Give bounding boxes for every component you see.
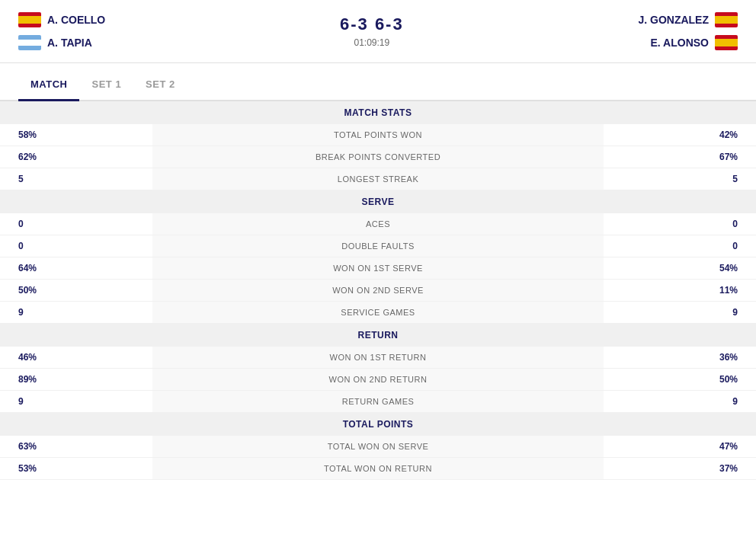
stat-right: 54% [604, 257, 756, 280]
flag-argentina [18, 35, 41, 50]
stat-right: 47% [604, 436, 756, 458]
stat-left: 63% [0, 436, 152, 458]
stat-label: SERVICE GAMES [152, 302, 604, 324]
stat-left: 53% [0, 458, 152, 480]
stat-label: ACES [152, 213, 604, 235]
tab-set2[interactable]: SET 2 [133, 69, 187, 101]
stat-right: 0 [604, 213, 756, 235]
stat-label: WON ON 1ST SERVE [152, 257, 604, 280]
stat-left: 46% [0, 347, 152, 369]
stat-left: 0 [0, 213, 152, 235]
stat-left: 9 [0, 302, 152, 324]
stat-right: 11% [604, 280, 756, 302]
flag-spain-3 [715, 35, 738, 50]
table-row: 58%TOTAL POINTS WON42% [0, 124, 756, 146]
team2: J. GONZALEZ E. ALONSO [638, 12, 738, 50]
score: 6-3 6-3 [340, 14, 404, 34]
team1-player2: A. TAPIA [18, 35, 105, 50]
stat-right: 9 [604, 302, 756, 324]
stat-left: 50% [0, 280, 152, 302]
table-row: 63%TOTAL WON ON SERVE47% [0, 436, 756, 458]
team2-player1-name: J. GONZALEZ [638, 14, 709, 26]
stat-right: 50% [604, 369, 756, 391]
team1: A. COELLO A. TAPIA [18, 12, 105, 50]
table-row: 0DOUBLE FAULTS0 [0, 235, 756, 257]
stat-left: 9 [0, 391, 152, 413]
flag-spain-1 [18, 12, 41, 27]
team1-player1-name: A. COELLO [47, 14, 105, 26]
stat-label: RETURN GAMES [152, 391, 604, 413]
stat-label: TOTAL WON ON RETURN [152, 458, 604, 480]
stat-right: 9 [604, 391, 756, 413]
stats-table: MATCH STATS58%TOTAL POINTS WON42%62%BREA… [0, 101, 756, 480]
table-row: 53%TOTAL WON ON RETURN37% [0, 458, 756, 480]
table-row: 64%WON ON 1ST SERVE54% [0, 257, 756, 280]
stat-label: WON ON 2ND RETURN [152, 369, 604, 391]
header: A. COELLO A. TAPIA 6-3 6-3 01:09:19 J. G… [0, 0, 756, 63]
stat-left: 0 [0, 235, 152, 257]
section-header: MATCH STATS [0, 101, 756, 124]
team1-player2-name: A. TAPIA [47, 37, 92, 49]
stat-right: 5 [604, 168, 756, 190]
stat-label: DOUBLE FAULTS [152, 235, 604, 257]
table-row: 9RETURN GAMES9 [0, 391, 756, 413]
stat-label: BREAK POINTS CONVERTED [152, 146, 604, 168]
flag-spain-2 [715, 12, 738, 27]
stat-label: LONGEST STREAK [152, 168, 604, 190]
stat-left: 62% [0, 146, 152, 168]
stat-left: 89% [0, 369, 152, 391]
stat-right: 67% [604, 146, 756, 168]
stat-right: 0 [604, 235, 756, 257]
stat-right: 36% [604, 347, 756, 369]
stat-label: TOTAL POINTS WON [152, 124, 604, 146]
team2-player1: J. GONZALEZ [638, 12, 738, 27]
stat-left: 5 [0, 168, 152, 190]
section-header: TOTAL POINTS [0, 413, 756, 436]
stat-label: WON ON 2ND SERVE [152, 280, 604, 302]
table-row: 50%WON ON 2ND SERVE11% [0, 280, 756, 302]
stat-right: 37% [604, 458, 756, 480]
tab-match[interactable]: MATCH [18, 69, 79, 101]
score-center: 6-3 6-3 01:09:19 [340, 14, 404, 48]
table-row: 5LONGEST STREAK5 [0, 168, 756, 190]
team2-player2-name: E. ALONSO [650, 37, 709, 49]
table-row: 62%BREAK POINTS CONVERTED67% [0, 146, 756, 168]
stat-left: 58% [0, 124, 152, 146]
stat-right: 42% [604, 124, 756, 146]
table-row: 9SERVICE GAMES9 [0, 302, 756, 324]
stat-left: 64% [0, 257, 152, 280]
table-row: 0ACES0 [0, 213, 756, 235]
stat-label: WON ON 1ST RETURN [152, 347, 604, 369]
tab-set1[interactable]: SET 1 [79, 69, 133, 101]
team1-player1: A. COELLO [18, 12, 105, 27]
stat-label: TOTAL WON ON SERVE [152, 436, 604, 458]
section-header: RETURN [0, 324, 756, 347]
team2-player2: E. ALONSO [650, 35, 738, 50]
tabs: MATCH SET 1 SET 2 [0, 69, 756, 101]
table-row: 89%WON ON 2ND RETURN50% [0, 369, 756, 391]
table-row: 46%WON ON 1ST RETURN36% [0, 347, 756, 369]
stats-container: MATCH STATS58%TOTAL POINTS WON42%62%BREA… [0, 101, 756, 480]
section-header: SERVE [0, 190, 756, 214]
match-time: 01:09:19 [340, 37, 404, 48]
